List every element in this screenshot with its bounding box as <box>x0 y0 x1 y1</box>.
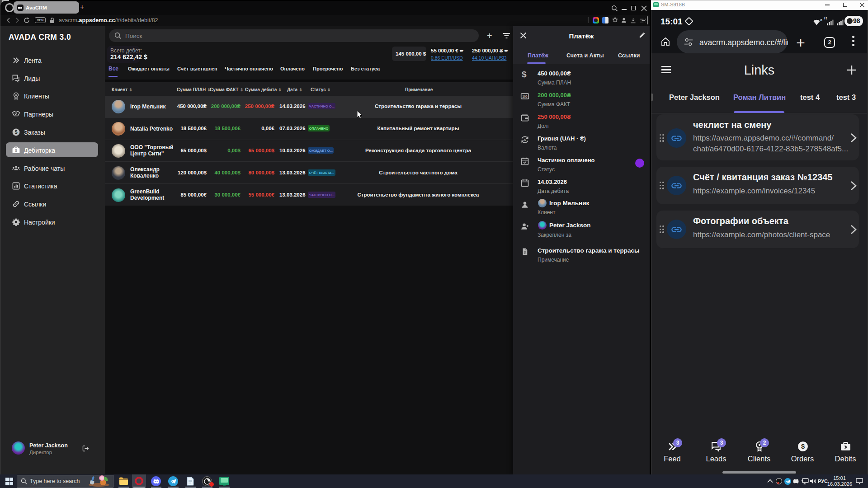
svg-text:$: $ <box>801 443 805 450</box>
svg-text:$: $ <box>524 138 526 142</box>
svg-text:$: $ <box>14 129 17 135</box>
svg-text:$: $ <box>15 148 17 153</box>
svg-text:6: 6 <box>821 18 822 22</box>
svg-text:100: 100 <box>522 95 527 98</box>
